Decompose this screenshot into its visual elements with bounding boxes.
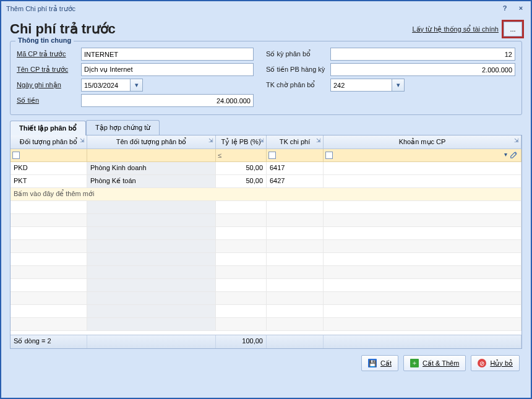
empty-row[interactable] [11, 201, 521, 214]
label-tk-cho: TK chờ phân bổ [266, 81, 330, 89]
label-so-tien: Số tiền [17, 97, 81, 105]
save-icon: 💾 [368, 359, 377, 367]
empty-row[interactable] [11, 253, 521, 266]
cell-tyle[interactable]: 50,00 [216, 162, 267, 174]
cell-doi-tuong[interactable]: PKD [11, 162, 87, 174]
pin-icon[interactable]: ⇲ [259, 137, 264, 144]
table-row[interactable]: PKD Phòng Kinh doanh 50,00 6417 [11, 162, 521, 175]
save-button[interactable]: 💾 Cất [361, 355, 398, 371]
allocation-grid: Đối tượng phân bổ⇲ Tên đối tượng phân bổ… [10, 135, 522, 349]
grid-header: Đối tượng phân bổ⇲ Tên đối tượng phân bổ… [11, 135, 521, 149]
add-new-row[interactable]: Bấm vào đây để thêm mới [11, 188, 521, 201]
filter-doi-tuong[interactable] [11, 149, 87, 161]
grid-filter-row: ≤ ▾ [11, 149, 521, 162]
footer-tong-tyle: 100,00 [216, 335, 267, 348]
label-so-tien-pb: Số tiền PB hàng kỳ [266, 66, 330, 74]
cell-km[interactable] [324, 162, 521, 174]
cancel-icon: ⊘ [478, 359, 486, 367]
pin-icon[interactable]: ⇲ [208, 137, 213, 144]
save-add-label: Cất & Thêm [423, 359, 459, 367]
cell-km[interactable] [324, 175, 521, 187]
fieldset-legend: Thông tin chung [15, 36, 74, 44]
fieldset-general-info: Thông tin chung Mã CP trả trước Số kỳ ph… [10, 41, 522, 115]
save-add-icon: ＋ [410, 359, 419, 367]
chevron-down-icon[interactable]: ▾ [504, 151, 507, 158]
grid-body: PKD Phòng Kinh doanh 50,00 6417 PKT Phòn… [11, 162, 521, 335]
filter-toggle-icon[interactable] [12, 152, 20, 159]
pin-icon[interactable]: ⇲ [80, 137, 85, 144]
table-row[interactable]: PKT Phòng Kế toán 50,00 6427 [11, 175, 521, 188]
label-ten-cp: Tên CP trả trước [17, 66, 81, 74]
empty-row[interactable] [11, 214, 521, 227]
window-title: Thêm Chi phí trả trước [6, 5, 75, 13]
cell-ten[interactable]: Phòng Kinh doanh [87, 162, 216, 174]
input-ten-cp[interactable] [81, 63, 254, 76]
footer-actions: 💾 Cất ＋ Cất & Thêm ⊘ Hủy bỏ [1, 349, 531, 377]
empty-row[interactable] [11, 292, 521, 305]
more-button[interactable]: ... [504, 22, 522, 36]
cancel-button[interactable]: ⊘ Hủy bỏ [471, 355, 520, 371]
date-picker-button[interactable]: ▾ [131, 79, 143, 92]
col-ten-doi-tuong[interactable]: Tên đối tượng phân bổ⇲ [87, 135, 216, 148]
label-ngay-ghi-nhan: Ngày ghi nhận [17, 81, 81, 89]
cell-tk[interactable]: 6417 [267, 162, 324, 174]
empty-row[interactable] [11, 279, 521, 292]
input-so-tien[interactable] [81, 94, 254, 107]
input-ngay-ghi-nhan[interactable] [81, 79, 131, 92]
page-title: Chi phí trả trước [10, 21, 116, 37]
link-get-from-finance[interactable]: Lấy từ hệ thống sổ tài chính [412, 25, 499, 33]
empty-row[interactable] [11, 305, 521, 318]
add-row-hint: Bấm vào đây để thêm mới [11, 188, 521, 200]
filter-tyle[interactable]: ≤ [216, 149, 267, 161]
filter-toggle-icon[interactable] [268, 152, 276, 159]
footer-so-dong: Số dòng = 2 [11, 335, 87, 348]
col-ty-le[interactable]: Tỷ lệ PB (%)⇲ [216, 135, 267, 148]
pin-icon[interactable]: ⇲ [316, 137, 321, 144]
edit-icon[interactable] [510, 150, 518, 160]
col-doi-tuong[interactable]: Đối tượng phân bổ⇲ [11, 135, 87, 148]
grid-footer: Số dòng = 2 100,00 [11, 335, 521, 348]
pin-icon[interactable]: ⇲ [514, 137, 519, 144]
tab-thiet-lap-phan-bo[interactable]: Thiết lập phân bổ [10, 121, 86, 135]
tk-cho-dropdown-button[interactable]: ▾ [392, 79, 405, 92]
save-and-add-button[interactable]: ＋ Cất & Thêm [403, 355, 466, 371]
filter-toggle-icon[interactable] [325, 152, 333, 159]
input-tk-cho[interactable] [330, 79, 392, 92]
input-ma-cp[interactable] [81, 48, 254, 61]
label-ma-cp: Mã CP trả trước [17, 50, 81, 58]
cell-doi-tuong[interactable]: PKT [11, 175, 87, 187]
label-so-ky: Số kỳ phân bổ [266, 50, 330, 58]
help-icon[interactable]: ? [500, 4, 510, 14]
close-icon[interactable]: × [516, 4, 526, 14]
empty-row[interactable] [11, 266, 521, 279]
col-khoan-muc[interactable]: Khoản mục CP⇲ [324, 135, 521, 148]
input-so-ky[interactable] [330, 48, 515, 61]
filter-ten[interactable] [87, 149, 216, 161]
empty-row[interactable] [11, 227, 521, 240]
cancel-label: Hủy bỏ [490, 359, 513, 367]
filter-tk[interactable] [267, 149, 324, 161]
col-tk-chi-phi[interactable]: TK chi phí⇲ [267, 135, 324, 148]
header: Chi phí trả trước Lấy từ hệ thống sổ tài… [1, 16, 531, 41]
save-label: Cất [380, 359, 392, 367]
dialog-window: Thêm Chi phí trả trước ? × Chi phí trả t… [0, 0, 532, 399]
cell-tyle[interactable]: 50,00 [216, 175, 267, 187]
empty-row[interactable] [11, 240, 521, 253]
tab-tap-hop-chung-tu[interactable]: Tập hợp chứng từ [86, 120, 160, 135]
empty-row[interactable] [11, 318, 521, 331]
title-bar: Thêm Chi phí trả trước ? × [1, 1, 531, 16]
tabs: Thiết lập phân bổ Tập hợp chứng từ [10, 120, 522, 135]
input-so-tien-pb[interactable] [330, 63, 515, 76]
cell-ten[interactable]: Phòng Kế toán [87, 175, 216, 187]
filter-khoan-muc[interactable]: ▾ [324, 149, 521, 161]
cell-tk[interactable]: 6427 [267, 175, 324, 187]
